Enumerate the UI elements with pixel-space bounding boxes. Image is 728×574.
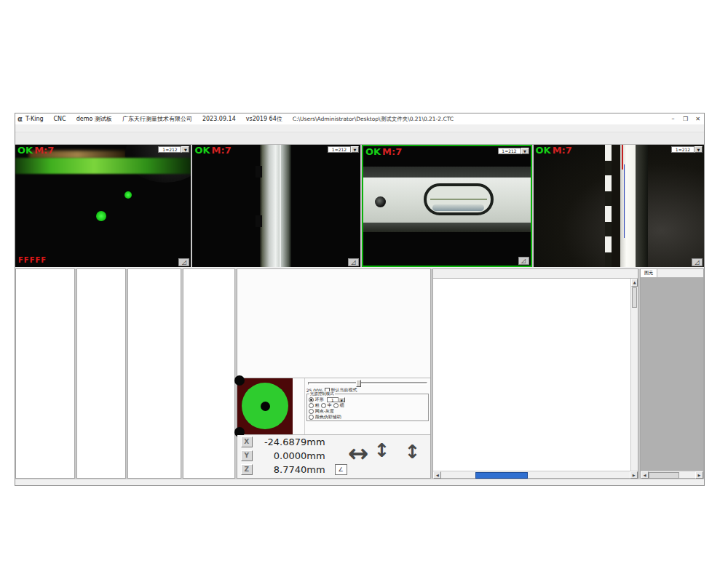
feature-tree-2 <box>76 268 126 479</box>
size-fine-radio[interactable] <box>333 403 339 408</box>
chevron-down-icon[interactable]: ▼ <box>351 146 359 153</box>
jog-y-arrows-icon[interactable]: ↕ <box>374 441 390 460</box>
camera3-slot-shade <box>432 204 484 211</box>
app-mode: CNC <box>54 116 66 122</box>
measurement-table <box>433 279 630 471</box>
window-controls: – ❒ ✕ <box>667 114 704 124</box>
slider-thumb[interactable] <box>356 380 361 387</box>
title-bar: α T-King CNC demo 测试板 广东天行测量技术有限公司 2023.… <box>15 113 704 124</box>
measure-count-label: M:7 <box>382 146 402 157</box>
app-window: α T-King CNC demo 测试板 广东天行测量技术有限公司 2023.… <box>15 113 705 486</box>
chevron-down-icon[interactable]: ▼ <box>339 397 345 402</box>
file-path: C:\Users\Administrator\Desktop\测试文件夹\0.2… <box>293 116 454 123</box>
scroll-thumb[interactable] <box>475 472 528 479</box>
feature-tree-4 <box>183 268 235 479</box>
z-axis-value: 8.7740mm <box>253 464 325 475</box>
camera2-rod <box>260 145 292 267</box>
pseudo-color-radio[interactable] <box>309 415 314 420</box>
camera1-laser-band <box>15 158 191 174</box>
table-horizontal-scrollbar[interactable]: ◀ ▶ <box>433 471 638 478</box>
size-coarse-radio[interactable] <box>309 403 314 408</box>
status-ok-label: OK <box>17 145 33 156</box>
user-label: demo 测试板 <box>76 115 112 123</box>
camera-view-2[interactable]: OKM:7 1=212▼ ◿ <box>192 145 360 267</box>
camera3-range-dropdown[interactable]: 1=212▼ <box>498 148 529 154</box>
toolbar <box>15 132 704 145</box>
status-ok-label: OK <box>365 146 381 157</box>
camera2-highlight <box>280 145 281 267</box>
menu-bar <box>15 124 704 132</box>
light-control-panel: 25.00% 默认当前模式 光源控制模式 环形 1▼ 粗 中 细 网点-灰度 颜… <box>237 378 431 435</box>
pseudo-color-label: 颜色伪彩辅助 <box>315 414 341 420</box>
close-button[interactable]: ✕ <box>692 114 704 124</box>
jog-z-arrows-icon[interactable]: ↕ <box>405 442 421 461</box>
camera4-resize-icon[interactable]: ◿ <box>692 258 703 266</box>
status-ok-label: OK <box>194 145 210 156</box>
default-mode-label: 默认当前模式 <box>331 387 357 393</box>
scroll-left-icon[interactable]: ◀ <box>433 471 441 479</box>
scroll-thumb[interactable] <box>632 287 637 308</box>
minimize-button[interactable]: – <box>667 114 679 124</box>
camera2-notch <box>256 215 262 227</box>
angle-tool-button[interactable]: ∠ <box>335 464 347 475</box>
light-mode-group: 光源控制模式 环形 1▼ 粗 中 细 网点-灰度 颜色伪彩辅助 <box>306 394 430 421</box>
jog-xy-arrows-icon[interactable]: ↔ <box>348 442 369 464</box>
camera2-notch <box>256 166 262 178</box>
maximize-button[interactable]: ❒ <box>679 114 692 124</box>
size-medium-radio[interactable] <box>321 403 326 408</box>
light-mode-buttons <box>293 378 305 434</box>
measure-tool-palette <box>237 269 431 378</box>
camera-view-4[interactable]: OKM:7 1=212▼ ◿ <box>534 145 705 267</box>
build-label: vs2019 64位 <box>246 115 282 123</box>
ring-light-center <box>261 402 270 411</box>
light-options: 25.00% 默认当前模式 光源控制模式 环形 1▼ 粗 中 细 网点-灰度 颜… <box>305 378 431 434</box>
ring-index-dropdown[interactable]: 1▼ <box>327 397 345 402</box>
ring-mode-radio[interactable] <box>309 397 314 402</box>
camera1-range-dropdown[interactable]: 1=212▼ <box>158 146 189 153</box>
measure-count-label: M:7 <box>34 145 54 156</box>
grid-gray-radio[interactable] <box>309 409 314 414</box>
results-panel: ▲ ◀ ▶ <box>432 268 638 479</box>
scroll-right-icon[interactable]: ▶ <box>695 471 703 479</box>
camera3-resize-icon[interactable]: ◿ <box>518 257 529 265</box>
chevron-down-icon[interactable]: ▼ <box>695 146 703 153</box>
scroll-thumb[interactable] <box>649 472 679 479</box>
camera3-hole <box>375 196 386 207</box>
status-ok-label: OK <box>536 145 551 156</box>
grid-gray-label: 网点-灰度 <box>315 408 334 414</box>
scroll-left-icon[interactable]: ◀ <box>641 471 649 479</box>
main-area: 25.00% 默认当前模式 光源控制模式 环形 1▼ 粗 中 细 网点-灰度 颜… <box>15 268 704 479</box>
status-bar <box>15 479 704 486</box>
camera1-laser-dot <box>124 191 132 199</box>
x-axis-icon: X <box>241 437 253 447</box>
element-panel-empty <box>641 278 703 471</box>
ring-mode-label: 环形 <box>315 396 324 402</box>
chevron-down-icon[interactable]: ▼ <box>521 148 529 154</box>
scroll-right-icon[interactable]: ▶ <box>630 471 638 479</box>
camera4-dark-strip <box>636 145 647 267</box>
y-axis-icon: Y <box>241 450 253 461</box>
element-horizontal-scrollbar[interactable]: ◀ ▶ <box>641 471 703 478</box>
app-name: T-King <box>25 116 44 122</box>
table-vertical-scrollbar[interactable]: ▲ <box>630 279 638 471</box>
camera4-range-dropdown[interactable]: 1=212▼ <box>671 146 703 153</box>
ring-light-preview[interactable] <box>237 378 293 434</box>
camera-view-1[interactable]: OKM:7 1=212▼ FFFFF ◿ <box>15 145 191 267</box>
element-panel: 图元 ◀ ▶ <box>640 268 704 479</box>
x-axis-value: -24.6879mm <box>253 437 325 447</box>
camera3-slot <box>424 183 494 215</box>
camera1-resize-icon[interactable]: ◿ <box>178 258 189 266</box>
scroll-up-icon[interactable]: ▲ <box>631 279 638 287</box>
camera1-overlay-text: FFFFF <box>18 256 47 264</box>
measure-count-label: M:7 <box>212 145 232 156</box>
feature-tree-1 <box>15 268 75 479</box>
brightness-slider[interactable] <box>308 380 428 386</box>
company-label: 广东天行测量技术有限公司 <box>122 115 192 123</box>
camera4-dark-strip <box>612 145 620 267</box>
element-tab[interactable]: 图元 <box>641 269 657 277</box>
camera2-resize-icon[interactable]: ◿ <box>348 258 359 266</box>
chevron-down-icon[interactable]: ▼ <box>181 146 189 153</box>
camera-view-3-selected[interactable]: OKM:7 1=212▼ ◿ <box>362 145 532 267</box>
size-coarse-label: 粗 <box>315 402 320 408</box>
camera2-range-dropdown[interactable]: 1=212▼ <box>328 146 359 153</box>
